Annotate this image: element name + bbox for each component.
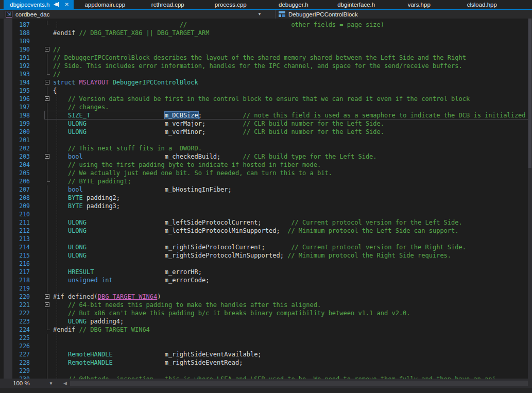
code-line-207[interactable]: 207 bool m_bHostingInFiber; xyxy=(4,185,532,194)
code-line-224[interactable]: 224#endif // DBG_TARGET_WIN64 xyxy=(4,326,532,334)
code-text[interactable]: ULONG padding4; xyxy=(53,317,124,326)
code-line-205[interactable]: 205 // We actually just need one bit. So… xyxy=(4,169,532,177)
vertical-scrollbar[interactable] xyxy=(528,19,532,379)
line-glyph-cell[interactable] xyxy=(4,251,12,260)
code-line-217[interactable]: 217 HRESULT m_errorHR; xyxy=(4,268,532,276)
code-text[interactable]: bool m_bHostingInFiber; xyxy=(53,185,232,194)
outlining-margin[interactable] xyxy=(30,78,53,87)
code-line-229[interactable]: 229 xyxy=(4,367,532,375)
line-glyph-cell[interactable] xyxy=(4,375,12,379)
code-text[interactable]: ULONG m_leftSideProtocolCurrent; // Curr… xyxy=(53,218,462,227)
outlining-margin[interactable] xyxy=(30,161,53,169)
line-glyph-cell[interactable] xyxy=(4,62,12,70)
line-number[interactable]: 211 xyxy=(12,218,30,227)
outlining-margin[interactable] xyxy=(30,317,53,326)
outlining-margin[interactable] xyxy=(30,375,53,379)
code-line-201[interactable]: 201 xyxy=(4,136,532,144)
code-text[interactable]: // changes. xyxy=(53,103,109,111)
outlining-margin[interactable] xyxy=(30,144,53,152)
outlining-margin[interactable] xyxy=(30,152,53,161)
line-glyph-cell[interactable] xyxy=(4,243,12,251)
code-line-190[interactable]: 190// xyxy=(4,45,532,54)
line-number[interactable]: 219 xyxy=(12,284,30,293)
collapse-toggle-icon[interactable] xyxy=(45,47,49,52)
line-glyph-cell[interactable] xyxy=(4,260,12,268)
line-number[interactable]: 215 xyxy=(12,251,30,260)
line-glyph-cell[interactable] xyxy=(4,218,12,227)
code-text[interactable]: struct MSLAYOUT DebuggerIPCControlBlock xyxy=(53,78,198,87)
code-text[interactable]: // 64-bit needs this padding to make the… xyxy=(53,301,321,309)
line-glyph-cell[interactable] xyxy=(4,103,12,111)
code-text[interactable]: ULONG m_rightSideProtocolCurrent; // Cur… xyxy=(53,243,466,251)
code-text[interactable]: // Version data should be first in the c… xyxy=(53,95,470,103)
line-glyph-cell[interactable] xyxy=(4,276,12,284)
tab-appdomain.cpp[interactable]: appdomain.cpp xyxy=(74,0,136,9)
line-glyph-cell[interactable] xyxy=(4,227,12,235)
scroll-left-arrow-icon[interactable]: ◀ xyxy=(63,381,67,386)
collapse-toggle-icon[interactable] xyxy=(45,154,49,159)
line-glyph-cell[interactable] xyxy=(4,367,12,375)
line-number[interactable]: 221 xyxy=(12,301,30,309)
line-number[interactable]: 199 xyxy=(12,119,30,128)
code-line-187[interactable]: 187 // other fields = page size) xyxy=(4,21,532,29)
line-number[interactable]: 226 xyxy=(12,342,30,350)
line-glyph-cell[interactable] xyxy=(4,70,12,78)
line-number[interactable]: 213 xyxy=(12,235,30,243)
line-number[interactable]: 206 xyxy=(12,177,30,185)
outlining-margin[interactable] xyxy=(30,218,53,227)
horizontal-scrollbar-thumb[interactable] xyxy=(70,381,528,386)
line-glyph-cell[interactable] xyxy=(4,136,12,144)
line-number[interactable]: 200 xyxy=(12,128,30,136)
outlining-margin[interactable] xyxy=(30,119,53,128)
outlining-margin[interactable] xyxy=(30,284,53,293)
line-glyph-cell[interactable] xyxy=(4,128,12,136)
code-line-200[interactable]: 200 ULONG m_verMinor; // CLR build numbe… xyxy=(4,128,532,136)
line-glyph-cell[interactable] xyxy=(4,235,12,243)
code-line-196[interactable]: 196 // Version data should be first in t… xyxy=(4,95,532,103)
chevron-down-icon[interactable]: ▼ xyxy=(49,381,53,386)
line-number[interactable]: 218 xyxy=(12,276,30,284)
code-text[interactable]: ULONG m_verMajor; // CLR build number fo… xyxy=(53,119,384,128)
code-line-226[interactable]: 226 xyxy=(4,342,532,350)
outlining-margin[interactable] xyxy=(30,128,53,136)
code-line-192[interactable]: 192// Side. This includes error informat… xyxy=(4,62,532,70)
code-editor[interactable]: 187 // other fields = page size)188#endi… xyxy=(0,19,532,379)
tab-dbgipcevents.h[interactable]: dbgipcevents.h✕ xyxy=(4,0,74,9)
code-text[interactable]: RemoteHANDLE m_rightSideEventRead; xyxy=(53,358,243,367)
line-number[interactable]: 223 xyxy=(12,317,30,326)
tab-rcthread.cpp[interactable]: rcthread.cpp xyxy=(136,0,199,9)
line-number[interactable]: 228 xyxy=(12,358,30,367)
line-glyph-cell[interactable] xyxy=(4,317,12,326)
outlining-margin[interactable] xyxy=(30,334,53,342)
line-number[interactable]: 193 xyxy=(12,70,30,78)
line-glyph-cell[interactable] xyxy=(4,144,12,152)
line-glyph-cell[interactable] xyxy=(4,334,12,342)
line-glyph-cell[interactable] xyxy=(4,21,12,29)
line-number[interactable]: 214 xyxy=(12,243,30,251)
outlining-margin[interactable] xyxy=(30,95,53,103)
horizontal-scrollbar[interactable] xyxy=(70,379,532,388)
line-glyph-cell[interactable] xyxy=(4,78,12,87)
line-number[interactable]: 187 xyxy=(12,21,30,29)
outlining-margin[interactable] xyxy=(30,87,53,95)
code-line-204[interactable]: 204 // using the first padding byte to i… xyxy=(4,161,532,169)
outlining-margin[interactable] xyxy=(30,210,53,218)
line-glyph-cell[interactable] xyxy=(4,358,12,367)
code-line-213[interactable]: 213 xyxy=(4,235,532,243)
outlining-margin[interactable] xyxy=(30,177,53,185)
line-glyph-cell[interactable] xyxy=(4,177,12,185)
code-line-193[interactable]: 193// xyxy=(4,70,532,78)
code-line-211[interactable]: 211 ULONG m_leftSideProtocolCurrent; // … xyxy=(4,218,532,227)
code-line-222[interactable]: 222 // But x86 can't have this padding b… xyxy=(4,309,532,317)
code-text[interactable]: BYTE padding3; xyxy=(53,202,120,210)
tab-vars.hpp[interactable]: vars.hpp xyxy=(388,0,451,9)
code-line-214[interactable]: 214 ULONG m_rightSideProtocolCurrent; //… xyxy=(4,243,532,251)
outlining-margin[interactable] xyxy=(30,276,53,284)
code-text[interactable]: bool m_checkedBuild; // CLR build type f… xyxy=(53,152,377,161)
code-line-230[interactable]: 230 // @dbgtodo inspection - this is whe… xyxy=(4,375,532,379)
code-text[interactable]: #endif // DBG_TARGET_WIN64 xyxy=(53,326,150,334)
code-text[interactable]: // xyxy=(53,70,60,78)
code-line-223[interactable]: 223 ULONG padding4; xyxy=(4,317,532,326)
line-glyph-cell[interactable] xyxy=(4,54,12,62)
code-text[interactable]: ULONG m_rightSideProtocolMinSupported; /… xyxy=(53,251,451,260)
